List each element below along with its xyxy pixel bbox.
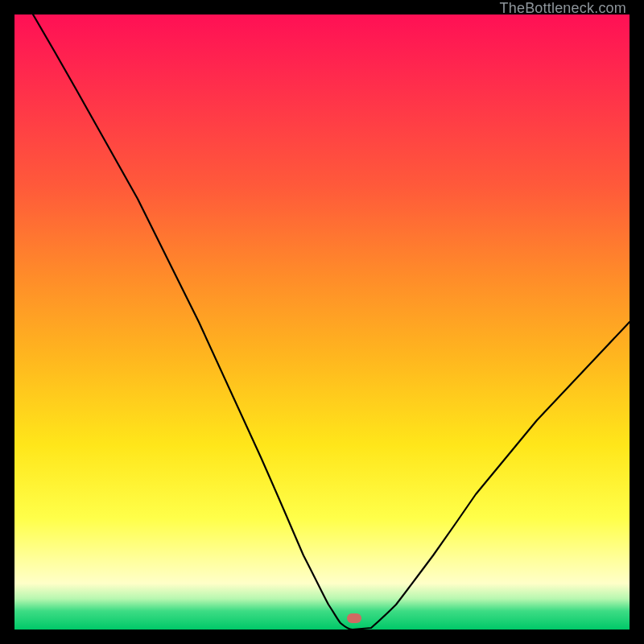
watermark-text: TheBottleneck.com bbox=[500, 0, 626, 17]
bottleneck-curve bbox=[14, 14, 630, 630]
min-marker bbox=[347, 613, 361, 623]
bottleneck-curve-path bbox=[33, 14, 630, 630]
plot-area bbox=[14, 14, 630, 630]
